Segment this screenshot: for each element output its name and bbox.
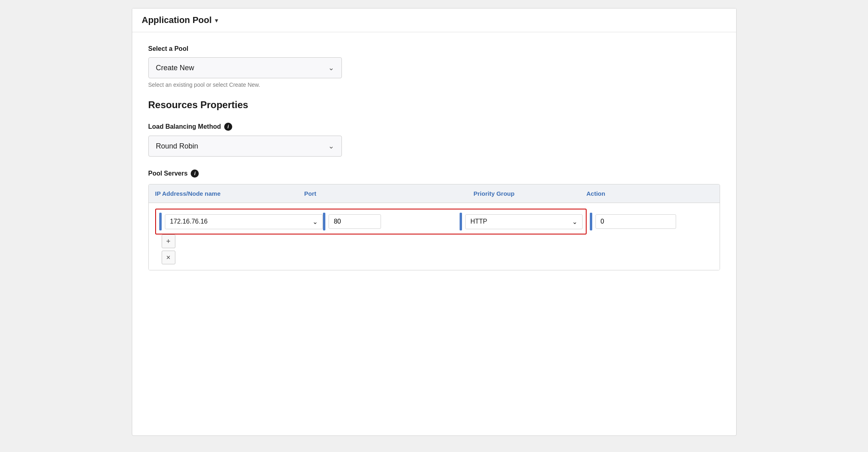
application-pool-panel: Application Pool ▾ Select a Pool Create … bbox=[132, 8, 737, 436]
pool-servers-section: Pool Servers i IP Address/Node name Port… bbox=[148, 170, 720, 270]
protocol-dropdown[interactable]: HTTP ⌄ bbox=[465, 214, 583, 229]
priority-input[interactable] bbox=[595, 214, 676, 229]
ip-indicator bbox=[159, 213, 162, 230]
pool-servers-info-icon: i bbox=[191, 170, 199, 178]
ip-address-value: 172.16.76.16 bbox=[170, 218, 208, 225]
load-balancing-dropdown[interactable]: Round Robin ⌄ bbox=[148, 136, 342, 157]
priority-indicator bbox=[590, 213, 592, 230]
protocol-value: HTTP bbox=[470, 218, 487, 225]
action-cell: + × bbox=[155, 234, 304, 264]
ip-address-input-wrapper[interactable]: 172.16.76.16 ⌄ bbox=[165, 214, 323, 229]
table-row: 172.16.76.16 ⌄ bbox=[149, 203, 720, 270]
port-input[interactable] bbox=[329, 214, 381, 229]
panel-header-chevron[interactable]: ▾ bbox=[215, 17, 218, 24]
load-balancing-label-row: Load Balancing Method i bbox=[148, 123, 720, 131]
pool-servers-table: IP Address/Node name Port Priority Group… bbox=[148, 184, 720, 270]
ip-dropdown-chevron: ⌄ bbox=[312, 218, 318, 226]
port-indicator bbox=[323, 213, 325, 230]
highlighted-cells-group: 172.16.76.16 ⌄ bbox=[155, 209, 587, 234]
panel-title: Application Pool bbox=[142, 15, 212, 25]
load-balancing-chevron: ⌄ bbox=[328, 142, 334, 151]
main-container: Application Pool ▾ Select a Pool Create … bbox=[0, 0, 868, 452]
panel-body: Select a Pool Create New ⌄ Select an exi… bbox=[132, 32, 736, 283]
pool-servers-label: Pool Servers bbox=[148, 170, 188, 177]
select-pool-dropdown[interactable]: Create New ⌄ bbox=[148, 57, 342, 78]
remove-row-button[interactable]: × bbox=[162, 251, 175, 264]
port-cell bbox=[323, 213, 460, 230]
protocol-cell: HTTP ⌄ bbox=[460, 213, 583, 230]
panel-header: Application Pool ▾ bbox=[132, 8, 736, 32]
header-priority-group: Priority Group bbox=[474, 190, 587, 197]
header-port: Port bbox=[304, 190, 474, 197]
priority-group-cell bbox=[587, 213, 635, 230]
add-row-button[interactable]: + bbox=[162, 234, 175, 248]
select-pool-label: Select a Pool bbox=[148, 45, 720, 52]
header-ip-address: IP Address/Node name bbox=[155, 190, 304, 197]
table-header-row: IP Address/Node name Port Priority Group… bbox=[149, 184, 720, 203]
pool-servers-label-row: Pool Servers i bbox=[148, 170, 720, 178]
protocol-indicator bbox=[460, 213, 462, 230]
select-pool-helper-text: Select an existing pool or select Create… bbox=[148, 82, 720, 88]
resources-properties-heading: Resources Properties bbox=[148, 99, 720, 111]
ip-address-cell: 172.16.76.16 ⌄ bbox=[159, 213, 323, 230]
select-pool-value: Create New bbox=[156, 64, 194, 72]
load-balancing-info-icon: i bbox=[224, 123, 232, 131]
select-pool-chevron: ⌄ bbox=[328, 63, 334, 72]
load-balancing-value: Round Robin bbox=[156, 142, 198, 151]
header-action: Action bbox=[587, 190, 635, 197]
load-balancing-label: Load Balancing Method bbox=[148, 123, 221, 130]
protocol-chevron: ⌄ bbox=[572, 218, 577, 226]
